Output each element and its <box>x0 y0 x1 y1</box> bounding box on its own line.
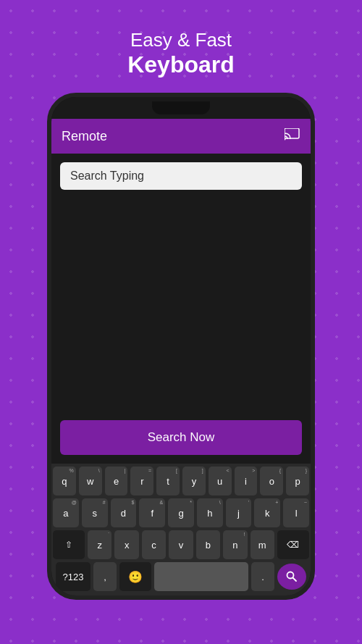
key-q[interactable]: %q <box>53 467 76 495</box>
phone-mockup: Remote Search Typing Search Now %q \w <box>47 93 315 600</box>
key-y[interactable]: ]y <box>182 467 206 495</box>
keyboard: %q \w |e =r [t ]y <u >i {o }p @a #s $d &… <box>51 464 311 595</box>
svg-line-3 <box>293 578 297 582</box>
key-k[interactable]: +k <box>254 498 280 527</box>
key-emoji[interactable]: 🙂 <box>119 562 151 591</box>
keyboard-row-3: ⇧ `z x c v b !n m ⌫ <box>53 530 309 559</box>
cast-icon[interactable] <box>285 128 300 145</box>
key-w[interactable]: \w <box>79 467 102 495</box>
key-comma[interactable]: , <box>93 562 117 591</box>
phone-top-bar <box>51 97 311 119</box>
app-content: Search Typing Search Now <box>51 154 311 464</box>
key-a[interactable]: @a <box>53 498 79 527</box>
key-x[interactable]: x <box>114 530 138 559</box>
app-title: Remote <box>62 129 107 144</box>
key-f[interactable]: &f <box>139 498 165 527</box>
key-backspace[interactable]: ⌫ <box>277 530 309 559</box>
key-i[interactable]: >i <box>235 467 258 495</box>
search-input-wrapper[interactable]: Search Typing <box>60 162 302 190</box>
keyboard-row-bottom: ?123 , 🙂 . <box>53 562 309 591</box>
key-c[interactable]: c <box>142 530 166 559</box>
key-r[interactable]: =r <box>130 467 153 495</box>
keyboard-row-1: %q \w |e =r [t ]y <u >i {o }p <box>53 467 309 495</box>
key-v[interactable]: v <box>169 530 193 559</box>
key-o[interactable]: {o <box>260 467 283 495</box>
key-m[interactable]: m <box>251 530 274 559</box>
content-area <box>60 197 302 420</box>
key-h[interactable]: \h <box>197 498 223 527</box>
phone-notch <box>152 101 210 114</box>
search-now-button[interactable]: Search Now <box>60 420 302 455</box>
key-e[interactable]: |e <box>105 467 128 495</box>
tagline-line1: Easy & Fast <box>127 29 235 51</box>
key-n[interactable]: !n <box>223 530 247 559</box>
key-s[interactable]: #s <box>82 498 108 527</box>
key-numbers[interactable]: ?123 <box>56 562 90 591</box>
app-tagline: Easy & Fast Keyboard <box>127 29 235 78</box>
search-typing-text: Search Typing <box>70 170 144 182</box>
key-space[interactable] <box>154 562 248 591</box>
key-b[interactable]: b <box>196 530 220 559</box>
tagline-line2: Keyboard <box>127 51 235 78</box>
key-z[interactable]: `z <box>88 530 111 559</box>
key-p[interactable]: }p <box>286 467 309 495</box>
app-header: Remote <box>51 119 311 154</box>
key-d[interactable]: $d <box>111 498 137 527</box>
key-search[interactable] <box>277 564 306 590</box>
key-g[interactable]: *g <box>168 498 194 527</box>
key-l[interactable]: ~l <box>283 498 309 527</box>
key-j[interactable]: 'j <box>226 498 252 527</box>
key-shift[interactable]: ⇧ <box>53 530 85 559</box>
keyboard-row-2: @a #s $d &f *g \h 'j +k ~l <box>53 498 309 527</box>
key-period[interactable]: . <box>251 562 274 591</box>
key-u[interactable]: <u <box>209 467 232 495</box>
key-t[interactable]: [t <box>156 467 180 495</box>
